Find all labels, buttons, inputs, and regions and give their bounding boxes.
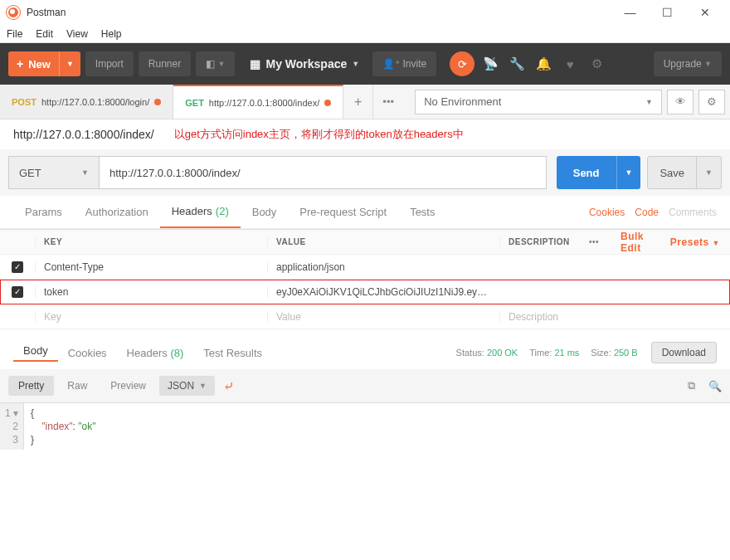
menu-view[interactable]: View bbox=[66, 28, 88, 40]
environment-settings-button[interactable]: ⚙ bbox=[698, 90, 725, 114]
view-pretty[interactable]: Pretty bbox=[8, 376, 54, 396]
table-row[interactable]: ✓ token eyJ0eXAiOiJKV1QiLCJhbGciOiJIUzI1… bbox=[0, 280, 730, 304]
response-body-code[interactable]: 1 ▾23 { "index": "ok" } bbox=[0, 402, 730, 450]
send-button[interactable]: Send ▼ bbox=[557, 156, 641, 189]
resp-tab-body[interactable]: Body bbox=[13, 344, 58, 362]
menu-file[interactable]: File bbox=[7, 28, 22, 40]
method-value: GET bbox=[19, 167, 41, 179]
tab-method: POST bbox=[12, 97, 36, 107]
cell-description-placeholder[interactable]: Description bbox=[499, 311, 730, 323]
tab-prerequest[interactable]: Pre-request Script bbox=[288, 196, 398, 228]
table-row[interactable]: ✓ Content-Type application/json bbox=[0, 255, 730, 280]
time-value: 21 ms bbox=[554, 348, 579, 358]
cell-key[interactable]: Content-Type bbox=[35, 261, 267, 273]
code-content[interactable]: { "index": "ok" } bbox=[24, 403, 102, 450]
window-title: Postman bbox=[27, 7, 66, 18]
bulk-edit-link[interactable]: Bulk Edit bbox=[620, 231, 649, 254]
method-selector[interactable]: GET ▼ bbox=[8, 156, 100, 189]
wrap-line-icon[interactable]: ⤶ bbox=[223, 378, 234, 394]
close-button[interactable]: ✕ bbox=[686, 0, 723, 25]
code-link[interactable]: Code bbox=[635, 207, 659, 218]
workspace-selector[interactable]: ▦ My Workspace ▼ bbox=[250, 57, 359, 71]
save-button[interactable]: Save ▼ bbox=[647, 156, 722, 189]
menubar: File Edit View Help bbox=[0, 25, 730, 43]
row-checkbox[interactable]: ✓ bbox=[12, 261, 23, 273]
tab-authorization[interactable]: Authorization bbox=[74, 196, 160, 228]
upgrade-button[interactable]: Upgrade ▼ bbox=[654, 51, 722, 76]
cell-value-placeholder[interactable]: Value bbox=[267, 311, 499, 323]
col-value: VALUE bbox=[267, 237, 499, 246]
environment-quicklook-button[interactable]: 👁 bbox=[667, 90, 694, 114]
row-checkbox[interactable]: ✓ bbox=[12, 286, 23, 298]
sync-button[interactable]: ⟳ bbox=[450, 51, 474, 76]
cell-value[interactable]: application/json bbox=[267, 261, 499, 273]
url-value: http://127.0.0.1:8000/index/ bbox=[110, 167, 241, 179]
send-dropdown[interactable]: ▼ bbox=[616, 156, 641, 189]
workspace-grid-icon: ▦ bbox=[250, 57, 260, 71]
eye-icon: 👁 bbox=[675, 95, 686, 108]
save-dropdown[interactable]: ▼ bbox=[696, 157, 721, 188]
invite-button[interactable]: 👤⁺ Invite bbox=[372, 51, 436, 76]
request-tab-login[interactable]: POST http://127.0.0.1:8000/login/ bbox=[0, 85, 173, 119]
view-preview[interactable]: Preview bbox=[100, 376, 156, 396]
line-gutter: 1 ▾23 bbox=[0, 403, 24, 450]
more-options-button[interactable]: ••• bbox=[589, 237, 599, 246]
cell-key-placeholder[interactable]: Key bbox=[35, 311, 267, 323]
maximize-button[interactable]: ☐ bbox=[649, 0, 686, 25]
open-new-button[interactable]: ◧ ▼ bbox=[196, 51, 235, 76]
url-input[interactable]: http://127.0.0.1:8000/index/ bbox=[100, 156, 547, 189]
request-bar: GET ▼ http://127.0.0.1:8000/index/ Send … bbox=[0, 149, 730, 196]
status-value: 200 OK bbox=[487, 348, 518, 358]
tab-overflow-button[interactable]: ••• bbox=[373, 85, 403, 119]
new-tab-button[interactable]: + bbox=[343, 85, 373, 119]
view-raw[interactable]: Raw bbox=[57, 376, 97, 396]
unsaved-dot-icon bbox=[324, 100, 331, 106]
format-selector[interactable]: JSON ▼ bbox=[159, 376, 215, 396]
heart-icon[interactable]: ♥ bbox=[559, 57, 581, 71]
resp-tab-cookies[interactable]: Cookies bbox=[58, 347, 117, 359]
headers-table: KEY VALUE DESCRIPTION ••• Bulk Edit Pres… bbox=[0, 229, 730, 329]
settings-gear-icon[interactable]: ⚙ bbox=[586, 56, 607, 71]
sync-icon: ⟳ bbox=[458, 58, 467, 71]
size-value: 250 B bbox=[614, 348, 638, 358]
table-row-placeholder[interactable]: Key Value Description bbox=[0, 304, 730, 329]
new-label: New bbox=[28, 58, 59, 71]
cell-value[interactable]: eyJ0eXAiOiJKV1QiLCJhbGciOiJIUzI1NiJ9.eyJ… bbox=[267, 286, 499, 298]
gear-icon: ⚙ bbox=[707, 95, 717, 108]
runner-button[interactable]: Runner bbox=[139, 51, 191, 76]
import-button[interactable]: Import bbox=[85, 51, 134, 76]
invite-person-icon: 👤⁺ bbox=[382, 58, 400, 70]
wrench-icon[interactable]: 🔧 bbox=[506, 56, 528, 71]
new-dropdown[interactable]: ▼ bbox=[59, 51, 80, 76]
main-toolbar: + New ▼ Import Runner ◧ ▼ ▦ My Workspace… bbox=[0, 43, 730, 85]
tab-body[interactable]: Body bbox=[241, 196, 289, 228]
response-toolbar: Pretty Raw Preview JSON ▼ ⤶ ⧉ 🔍 bbox=[0, 369, 730, 402]
resp-tab-headers-count: (8) bbox=[170, 347, 183, 359]
menu-help[interactable]: Help bbox=[101, 28, 122, 40]
menu-edit[interactable]: Edit bbox=[36, 28, 53, 40]
cookies-link[interactable]: Cookies bbox=[589, 207, 625, 218]
size-block: Size: 250 B bbox=[591, 348, 637, 358]
tab-tests[interactable]: Tests bbox=[398, 196, 446, 228]
capture-icon[interactable]: 📡 bbox=[479, 56, 501, 71]
download-button[interactable]: Download bbox=[651, 342, 717, 363]
request-tab-index[interactable]: GET http://127.0.0.1:8000/index/ bbox=[173, 85, 343, 119]
tab-params[interactable]: Params bbox=[13, 196, 74, 228]
comments-link[interactable]: Comments bbox=[669, 207, 717, 218]
tab-headers[interactable]: Headers (2) bbox=[160, 196, 241, 228]
bell-icon[interactable]: 🔔 bbox=[533, 56, 554, 71]
environment-selector[interactable]: No Environment ▼ bbox=[415, 90, 662, 114]
tab-headers-count: (2) bbox=[216, 205, 229, 217]
cell-key[interactable]: token bbox=[35, 286, 267, 298]
workspace-label: My Workspace bbox=[265, 57, 347, 71]
unsaved-dot-icon bbox=[154, 99, 161, 105]
resp-tab-testresults[interactable]: Test Results bbox=[193, 347, 272, 359]
copy-icon[interactable]: ⧉ bbox=[688, 379, 695, 392]
minimize-button[interactable]: — bbox=[611, 0, 649, 25]
resp-tab-headers[interactable]: Headers (8) bbox=[117, 347, 194, 359]
search-icon[interactable]: 🔍 bbox=[708, 380, 722, 392]
presets-link[interactable]: Presets ▼ bbox=[670, 236, 720, 248]
plus-icon: + bbox=[8, 57, 28, 71]
save-label: Save bbox=[648, 167, 696, 179]
new-button[interactable]: + New ▼ bbox=[8, 51, 80, 76]
